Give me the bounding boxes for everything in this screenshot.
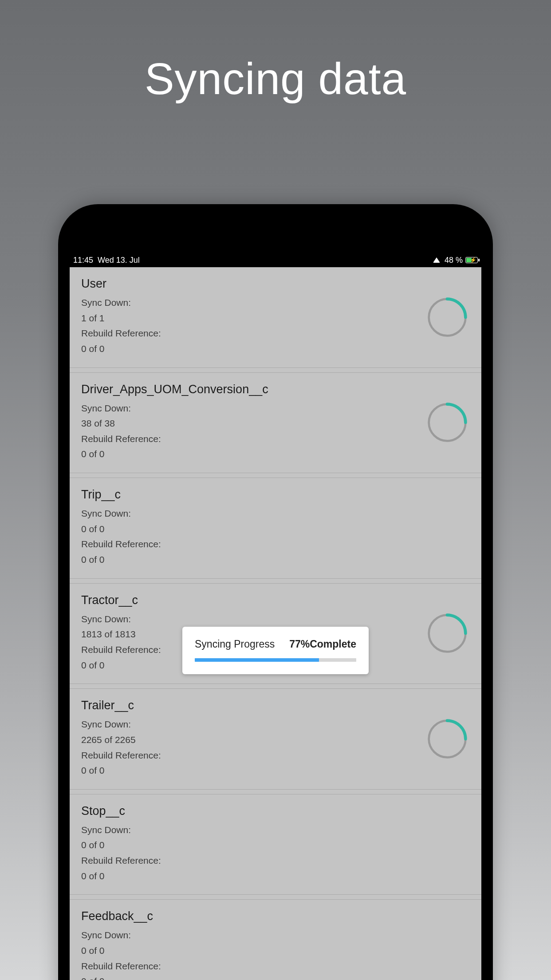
sync-card: UserSync Down:1 of 1Rebuild Reference:0 … (70, 267, 481, 368)
sync-down-label: Sync Down: (81, 295, 470, 311)
status-time: 11:45 (73, 256, 93, 265)
rebuild-ref-label: Rebuild Reference: (81, 537, 470, 552)
page-title: Syncing data (0, 53, 551, 104)
sync-down-count: 2265 of 2265 (81, 732, 470, 748)
spinner-icon (426, 612, 468, 654)
status-date: Wed 13. Jul (98, 256, 140, 265)
rebuild-ref-count: 0 of 0 (81, 552, 470, 568)
sync-card: Trip__cSync Down:0 of 0Rebuild Reference… (70, 478, 481, 579)
sync-card-title: Driver_Apps_UOM_Conversion__c (81, 383, 470, 396)
sync-card-title: Trailer__c (81, 699, 470, 712)
rebuild-ref-label: Rebuild Reference: (81, 326, 470, 341)
sync-progress-modal: Syncing Progress 77%Complete (182, 627, 369, 674)
sync-down-label: Sync Down: (81, 717, 470, 732)
modal-percent-text: 77%Complete (289, 638, 356, 650)
sync-card: Feedback__cSync Down:0 of 0Rebuild Refer… (70, 899, 481, 980)
progress-fill (195, 658, 319, 662)
sync-card: Stop__cSync Down:0 of 0Rebuild Reference… (70, 794, 481, 895)
status-bar: 11:45 Wed 13. Jul 48 % ⚡ (70, 253, 481, 267)
app-screen: UserSync Down:1 of 1Rebuild Reference:0 … (70, 267, 481, 980)
sync-down-label: Sync Down: (81, 401, 470, 416)
sync-card-title: Trip__c (81, 488, 470, 502)
device-frame: 11:45 Wed 13. Jul 48 % ⚡ UserSync Down:1… (58, 204, 493, 980)
battery-percent: 48 % (445, 256, 463, 265)
sync-down-count: 0 of 0 (81, 522, 470, 537)
sync-down-count: 0 of 0 (81, 943, 470, 959)
rebuild-ref-count: 0 of 0 (81, 447, 470, 462)
rebuild-ref-label: Rebuild Reference: (81, 853, 470, 869)
sync-card: Driver_Apps_UOM_Conversion__cSync Down:3… (70, 372, 481, 474)
sync-down-count: 0 of 0 (81, 838, 470, 853)
wifi-icon (433, 257, 440, 263)
spinner-icon (426, 718, 468, 760)
rebuild-ref-label: Rebuild Reference: (81, 748, 470, 763)
rebuild-ref-count: 0 of 0 (81, 869, 470, 884)
sync-list[interactable]: UserSync Down:1 of 1Rebuild Reference:0 … (70, 267, 481, 980)
spinner-icon (426, 296, 468, 338)
rebuild-ref-count: 0 of 0 (81, 974, 470, 980)
rebuild-ref-label: Rebuild Reference: (81, 959, 470, 974)
sync-card-title: Stop__c (81, 804, 470, 818)
progress-track (195, 658, 356, 662)
sync-card-title: User (81, 277, 470, 291)
sync-down-label: Sync Down: (81, 612, 470, 627)
sync-down-label: Sync Down: (81, 928, 470, 943)
spinner-icon (426, 402, 468, 443)
rebuild-ref-count: 0 of 0 (81, 763, 470, 778)
sync-down-count: 38 of 38 (81, 416, 470, 431)
sync-down-label: Sync Down: (81, 506, 470, 522)
battery-icon: ⚡ (465, 257, 478, 263)
sync-down-label: Sync Down: (81, 822, 470, 838)
modal-title: Syncing Progress (195, 638, 275, 650)
device-screen-wrapper: 11:45 Wed 13. Jul 48 % ⚡ UserSync Down:1… (70, 253, 481, 980)
sync-down-count: 1 of 1 (81, 311, 470, 326)
charging-icon: ⚡ (470, 257, 476, 263)
sync-card: Trailer__cSync Down:2265 of 2265Rebuild … (70, 688, 481, 790)
sync-card-title: Tractor__c (81, 593, 470, 607)
rebuild-ref-label: Rebuild Reference: (81, 431, 470, 447)
sync-card-title: Feedback__c (81, 909, 470, 923)
rebuild-ref-count: 0 of 0 (81, 341, 470, 357)
